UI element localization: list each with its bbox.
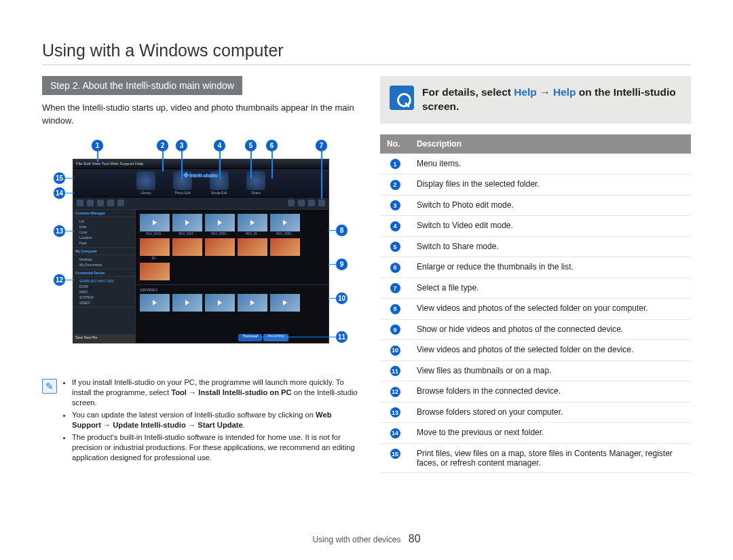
number-badge: 14 xyxy=(390,428,400,438)
description-cell: Switch to Photo edit mode. xyxy=(410,195,691,216)
note-item: You can update the latest version of Int… xyxy=(72,410,361,430)
number-badge: 15 xyxy=(390,449,400,459)
arrow-icon: → xyxy=(537,86,553,98)
marker-9: 9 xyxy=(336,259,347,270)
number-badge: 3 xyxy=(390,200,400,210)
marker-12: 12 xyxy=(54,274,65,286)
note-item: If you install Intelli-studio on your PC… xyxy=(72,377,361,408)
th-no: No. xyxy=(380,134,410,154)
marker-3: 3 xyxy=(176,140,187,151)
visualmap-mode-button: Visual Map xyxy=(263,334,288,341)
table-row: 15Print files, view files on a map, stor… xyxy=(380,443,691,472)
number-badge: 13 xyxy=(390,407,400,417)
table-row: 10View videos and photos of the selected… xyxy=(380,340,691,361)
marker-14: 14 xyxy=(54,187,65,199)
thumbnail-mode-button: Thumbnail xyxy=(238,334,262,341)
table-row: 2Display files in the selected folder. xyxy=(380,174,691,195)
number-badge: 10 xyxy=(390,346,400,356)
table-row: 1Menu items. xyxy=(380,153,691,174)
page-title: Using with a Windows computer xyxy=(42,41,691,60)
step-header: Step 2. About the Intelli-studio main wi… xyxy=(42,76,242,95)
number-badge: 2 xyxy=(390,180,400,190)
marker-8: 8 xyxy=(336,225,347,236)
number-badge: 9 xyxy=(390,324,400,335)
marker-5: 5 xyxy=(245,140,257,151)
screenshot-diagram: File Edit View Tool Web Support Help Int… xyxy=(54,140,350,364)
notes-block: ✎ If you install Intelli-studio on your … xyxy=(42,377,361,466)
marker-6: 6 xyxy=(266,140,278,151)
number-badge: 11 xyxy=(390,366,400,376)
number-badge: 1 xyxy=(390,159,400,169)
thumbnail-grid-top: HDV_0015... HDV_0207... HDV_0000... HDV_… xyxy=(136,210,328,284)
description-cell: View videos and photos of the selected f… xyxy=(410,340,691,361)
intro-text: When the Intelli-studio starts up, video… xyxy=(42,102,361,128)
description-cell: Move to the previous or next folder. xyxy=(410,423,691,444)
footer: Using with other devices 80 xyxy=(0,533,733,545)
save-new-file: Save New File xyxy=(73,334,136,343)
th-desc: Description xyxy=(410,134,691,154)
info-help1: Help xyxy=(514,86,537,98)
note-item: The product's built-in Intelli-studio so… xyxy=(72,432,361,463)
table-row: 11View files as thumbnails or on a map. xyxy=(380,360,691,381)
table-row: 5Switch to Share mode. xyxy=(380,236,691,257)
page-number: 80 xyxy=(409,533,421,544)
description-cell: Display files in the selected folder. xyxy=(410,174,691,195)
divider xyxy=(42,64,691,65)
description-cell: Browse folders in the connected device. xyxy=(410,381,691,403)
app-controls xyxy=(73,198,328,210)
info-help2: Help xyxy=(553,86,576,98)
app-menubar: File Edit View Tool Web Support Help xyxy=(73,160,328,169)
table-row: 8View videos and photos of the selected … xyxy=(380,299,691,320)
description-cell: Show or hide videos and photos of the co… xyxy=(410,319,691,340)
magnify-icon xyxy=(390,86,414,110)
number-badge: 12 xyxy=(390,387,400,397)
marker-2: 2 xyxy=(157,140,168,151)
marker-10: 10 xyxy=(336,293,347,304)
app-logo: Intelli-studio xyxy=(184,173,218,178)
description-cell: Switch to Share mode. xyxy=(410,236,691,257)
sidebar-panel: Contents Manager Lib Date Color Location… xyxy=(73,210,136,343)
table-row: 14Move to the previous or next folder. xyxy=(380,423,691,444)
table-row: 13Browse folders stored on your computer… xyxy=(380,402,691,423)
description-cell: Print files, view files on a map, store … xyxy=(410,443,691,472)
description-table: No. Description 1Menu items.2Display fil… xyxy=(380,134,691,473)
table-row: 7Select a file type. xyxy=(380,278,691,299)
description-cell: Browse folders stored on your computer. xyxy=(410,402,691,423)
description-cell: Switch to Video edit mode. xyxy=(410,216,691,237)
marker-11: 11 xyxy=(336,331,347,343)
description-cell: Select a file type. xyxy=(410,278,691,299)
description-cell: Menu items. xyxy=(410,153,691,174)
table-row: 4Switch to Video edit mode. xyxy=(380,216,691,237)
marker-15: 15 xyxy=(54,172,65,184)
number-badge: 8 xyxy=(390,304,400,314)
table-row: 12Browse folders in the connected device… xyxy=(380,381,691,403)
number-badge: 7 xyxy=(390,283,400,293)
number-badge: 4 xyxy=(390,221,400,231)
help-info-box: For details, select Help → Help on the I… xyxy=(380,76,691,124)
marker-13: 13 xyxy=(54,225,65,237)
number-badge: 5 xyxy=(390,242,400,252)
table-row: 6Enlarge or reduce the thumbnails in the… xyxy=(380,257,691,278)
marker-7: 7 xyxy=(316,140,327,151)
description-cell: View files as thumbnails or on a map. xyxy=(410,360,691,381)
thumbnail-grid-bottom: 100VIDEO xyxy=(136,284,328,316)
description-cell: View videos and photos of the selected f… xyxy=(410,299,691,320)
table-row: 9Show or hide videos and photos of the c… xyxy=(380,319,691,340)
table-row: 3Switch to Photo edit mode. xyxy=(380,195,691,216)
info-prefix: For details, select xyxy=(422,86,514,98)
note-icon: ✎ xyxy=(42,379,57,394)
marker-4: 4 xyxy=(214,140,225,151)
marker-1: 1 xyxy=(92,140,103,151)
description-cell: Enlarge or reduce the thumbnails in the … xyxy=(410,257,691,278)
number-badge: 6 xyxy=(390,263,400,273)
footer-text: Using with other devices xyxy=(312,535,400,544)
